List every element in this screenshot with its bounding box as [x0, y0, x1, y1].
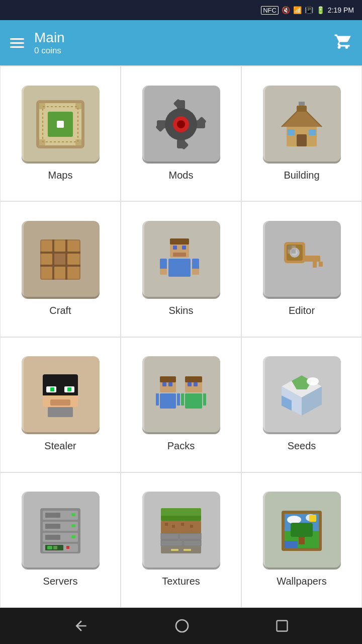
grid-item-servers[interactable]: Servers	[0, 472, 121, 608]
grid-item-editor[interactable]: Editor	[241, 201, 362, 337]
svg-rect-38	[67, 254, 79, 265]
menu-button[interactable]	[10, 38, 24, 48]
svg-point-19	[177, 120, 185, 128]
servers-icon-box	[22, 492, 100, 570]
packs-label: Packs	[167, 440, 195, 452]
page-title: Main	[34, 30, 65, 46]
svg-rect-119	[161, 546, 201, 553]
svg-rect-103	[45, 535, 60, 540]
svg-rect-61	[288, 250, 292, 254]
vibrate-icon: 📳	[305, 6, 313, 14]
svg-rect-73	[160, 376, 176, 382]
textures-label: Textures	[162, 576, 200, 587]
maps-label: Maps	[48, 170, 73, 181]
mods-icon-box	[142, 86, 220, 164]
svg-rect-43	[170, 238, 189, 245]
svg-rect-68	[50, 387, 54, 391]
hamburger-line	[10, 38, 24, 40]
svg-point-132	[176, 620, 188, 632]
svg-rect-83	[185, 393, 202, 409]
header-title-block: Main 0 coins	[34, 30, 65, 56]
navigation-bar	[0, 608, 362, 644]
home-button[interactable]	[174, 618, 190, 634]
svg-rect-39	[41, 267, 52, 279]
craft-label: Craft	[49, 305, 71, 316]
svg-rect-131	[285, 541, 298, 548]
svg-rect-81	[188, 382, 192, 386]
stealer-label: Stealer	[44, 440, 76, 452]
svg-rect-37	[41, 254, 52, 265]
svg-rect-85	[203, 393, 206, 406]
svg-rect-50	[160, 269, 167, 275]
svg-rect-46	[173, 253, 186, 257]
grid-item-maps[interactable]: Maps	[0, 66, 121, 201]
grid-item-seeds[interactable]: Seeds	[241, 337, 362, 472]
svg-rect-77	[156, 393, 159, 406]
svg-rect-45	[182, 246, 186, 250]
svg-rect-100	[66, 546, 69, 549]
svg-rect-6	[75, 103, 81, 109]
wallpapers-icon-box	[263, 492, 341, 570]
svg-point-125	[287, 516, 301, 524]
svg-rect-69	[67, 387, 71, 391]
craft-icon-box	[22, 221, 100, 299]
cart-button[interactable]	[334, 32, 352, 54]
svg-rect-102	[45, 524, 60, 529]
hamburger-line	[10, 46, 24, 48]
svg-rect-5	[39, 103, 45, 109]
grid-item-skins[interactable]: Skins	[121, 201, 241, 337]
svg-rect-78	[177, 393, 180, 406]
svg-rect-4	[57, 121, 64, 128]
hamburger-line	[10, 42, 24, 44]
svg-rect-47	[168, 259, 191, 277]
grid-item-mods[interactable]: Mods	[121, 66, 241, 201]
grid-item-building[interactable]: Building	[241, 66, 362, 201]
back-button[interactable]	[73, 618, 89, 634]
wallpapers-label: Wallpapers	[277, 576, 326, 587]
svg-rect-57	[313, 262, 317, 268]
svg-rect-76	[160, 393, 176, 409]
svg-rect-75	[168, 382, 172, 386]
svg-point-90	[307, 377, 319, 385]
grid-item-wallpapers[interactable]: Wallpapers	[241, 472, 362, 608]
status-icons: NFC 🔇 📶 📳 🔋 2:19 PM	[261, 6, 354, 15]
svg-rect-115	[161, 533, 178, 539]
stealer-icon-box	[22, 356, 100, 434]
editor-icon-box	[263, 221, 341, 299]
svg-rect-82	[194, 382, 198, 386]
svg-rect-24	[288, 129, 295, 135]
svg-rect-105	[47, 546, 52, 549]
grid-item-stealer[interactable]: Stealer	[0, 337, 121, 472]
skins-icon-box	[142, 221, 220, 299]
grid-item-craft[interactable]: Craft	[0, 201, 121, 337]
svg-rect-7	[39, 139, 45, 145]
maps-icon-box	[22, 86, 100, 164]
seeds-icon-box	[263, 356, 341, 434]
grid-item-textures[interactable]: Textures	[121, 472, 241, 608]
svg-rect-70	[50, 399, 70, 406]
svg-rect-101	[45, 513, 60, 518]
wifi-icon: 📶	[293, 6, 302, 14]
main-grid: Maps	[0, 65, 362, 608]
header: Main 0 coins	[0, 20, 362, 65]
header-left: Main 0 coins	[10, 30, 65, 56]
svg-rect-58	[319, 262, 323, 267]
svg-rect-113	[190, 525, 193, 528]
svg-rect-62	[292, 250, 296, 254]
packs-icon-box	[142, 356, 220, 434]
building-label: Building	[284, 170, 319, 181]
svg-rect-59	[288, 246, 292, 250]
grid-item-packs[interactable]: Packs	[121, 337, 241, 472]
recent-button[interactable]	[275, 619, 289, 633]
svg-rect-109	[161, 521, 201, 533]
servers-label: Servers	[43, 576, 78, 587]
svg-rect-56	[303, 256, 320, 262]
svg-rect-71	[48, 407, 73, 417]
svg-rect-44	[173, 246, 177, 250]
svg-rect-99	[71, 535, 75, 538]
mute-icon: 🔇	[282, 6, 290, 14]
svg-rect-111	[172, 525, 175, 528]
svg-rect-133	[277, 621, 288, 631]
skins-label: Skins	[169, 305, 194, 316]
time: 2:19 PM	[328, 6, 354, 14]
